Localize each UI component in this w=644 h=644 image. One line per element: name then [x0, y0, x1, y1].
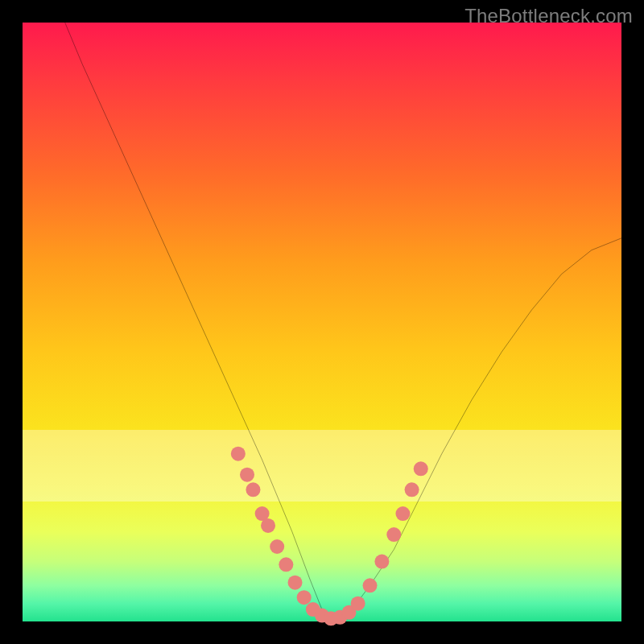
curve-marker: [363, 578, 378, 592]
curve-marker: [279, 557, 293, 572]
plot-area: [23, 23, 621, 621]
curve-marker: [297, 590, 312, 605]
bottleneck-curve: [23, 23, 621, 621]
curve-marker: [386, 527, 401, 542]
curve-marker: [351, 597, 365, 611]
curve-marker: [261, 518, 275, 533]
chart-frame: TheBottleneck.com: [0, 0, 644, 644]
curve-marker: [288, 576, 303, 590]
curve-marker: [395, 506, 410, 521]
curve-marker: [240, 468, 254, 482]
curve-marker: [246, 482, 260, 497]
curve-marker: [231, 447, 246, 461]
curve-marker: [414, 461, 428, 476]
curve-marker: [374, 555, 389, 569]
curve-marker: [270, 539, 284, 554]
curve-marker: [405, 482, 419, 497]
